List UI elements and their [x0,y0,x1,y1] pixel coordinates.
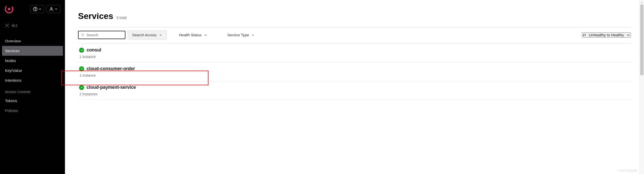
health-status-filter[interactable]: Health Status [174,31,212,39]
service-name: cloud-payment-service [87,85,136,90]
consul-logo [5,5,14,14]
service-instances: 1 instance [80,55,631,59]
health-status-label: Health Status [179,33,202,37]
nav-policies[interactable]: Policies [0,106,65,115]
service-row[interactable]: cloud-consumer-order 1 instance [78,63,631,81]
svg-line-20 [83,36,84,36]
svg-line-18 [7,26,8,26]
user-icon [49,7,54,11]
service-row[interactable]: cloud-payment-service 2 instances [78,81,631,100]
user-menu-button[interactable] [46,5,60,13]
svg-point-9 [51,8,52,9]
chevron-down-icon [39,8,42,11]
svg-point-2 [12,8,12,8]
chevron-down-icon [55,8,58,11]
sort-label: Unhealthy to Healthy [589,33,624,37]
svg-point-12 [8,24,9,24]
nav-keyvalue[interactable]: Key/Value [0,66,65,75]
svg-point-8 [35,10,35,10]
help-icon [33,7,38,11]
svg-point-3 [12,9,13,9]
svg-line-16 [7,24,8,25]
svg-point-4 [12,10,12,10]
header-controls [30,5,60,13]
nav-services[interactable]: Services [2,46,63,56]
sidebar: dc1 Overview Services Nodes Key/Value In… [0,0,65,174]
search-across-button[interactable]: Search Across [127,30,167,40]
service-list: consul 1 instance cloud-consumer-order 1… [78,44,631,100]
service-row[interactable]: consul 1 instance [78,44,631,63]
sort-icon [582,33,586,37]
page-subtitle: 3 total [116,15,127,20]
search-icon [81,33,84,37]
page-title: Services [78,11,113,21]
datacenter-label: dc1 [12,23,18,27]
service-instances: 1 instance [80,73,631,77]
chevron-down-icon [159,34,162,37]
svg-point-19 [82,34,84,36]
status-healthy-icon [79,66,84,71]
toolbar: Search Across Health Status Service Type… [78,27,631,42]
datacenter-icon [5,23,9,27]
chevron-down-icon [252,34,255,37]
nav-tokens[interactable]: Tokens [0,96,65,106]
search-across-label: Search Across [132,33,157,37]
chevron-down-icon [204,34,207,37]
scroll-thumb[interactable] [640,5,643,75]
access-controls-label: Access Controls [0,85,65,96]
nav-nodes[interactable]: Nodes [0,56,65,66]
status-healthy-icon [79,48,84,53]
nav-overview[interactable]: Overview [0,36,65,46]
primary-nav: Overview Services Nodes Key/Value Intent… [0,36,65,115]
svg-line-15 [6,24,7,25]
chevron-down-icon [626,33,630,37]
nav-intentions[interactable]: Intentions [0,75,65,85]
status-healthy-icon [79,85,84,90]
svg-point-5 [13,8,13,9]
help-menu-button[interactable] [30,5,44,13]
scroll-up-arrow[interactable] [640,0,644,5]
sort-button[interactable]: Unhealthy to Healthy [582,32,631,38]
service-instances: 2 instances [80,92,631,96]
service-name: cloud-consumer-order [87,66,135,71]
service-name: consul [87,47,101,53]
main-content: Services 3 total Search Across Health St… [65,0,644,174]
svg-point-1 [8,8,10,10]
service-type-filter[interactable]: Service Type [223,31,259,39]
svg-point-13 [5,26,6,27]
search-input[interactable] [86,33,122,37]
svg-point-6 [13,10,13,10]
page-header: Services 3 total [78,11,631,21]
scrollbar[interactable] [639,0,644,174]
search-box[interactable] [78,31,125,39]
svg-point-11 [5,24,6,24]
svg-point-14 [8,26,9,27]
svg-line-17 [6,26,7,26]
service-type-label: Service Type [227,33,249,37]
watermark: CSDN @流烟默 [618,169,637,172]
sidebar-header [0,5,65,21]
datacenter-selector[interactable]: dc1 [0,21,65,30]
